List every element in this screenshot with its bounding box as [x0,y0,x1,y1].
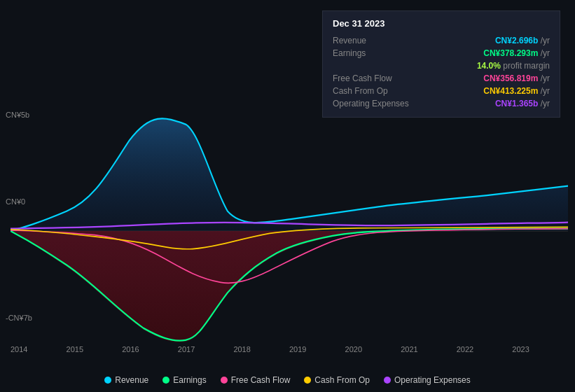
legend-item-fcf[interactable]: Free Cash Flow [221,375,291,385]
fcf-value: CN¥356.819m /yr [483,74,550,83]
earnings-label: Earnings [333,48,366,58]
legend-item-cashfromop[interactable]: Cash From Op [304,375,370,385]
legend-dot-revenue [104,377,111,384]
x-label-2017: 2017 [178,345,195,354]
tooltip-row-opex: Operating Expenses CN¥1.365b /yr [333,97,550,110]
margin-value: 14.0% profit margin [477,61,550,71]
fcf-label: Free Cash Flow [333,74,392,83]
tooltip-row-margin: 14.0% profit margin [333,59,550,72]
legend-dot-cashfromop [304,377,311,384]
revenue-value: CN¥2.696b /yr [495,36,550,46]
tooltip-card: Dec 31 2023 Revenue CN¥2.696b /yr Earnin… [322,10,560,118]
x-label-2023: 2023 [512,345,529,354]
tooltip-date: Dec 31 2023 [333,18,550,29]
x-label-2020: 2020 [345,345,362,354]
x-axis-labels: 2014 2015 2016 2017 2018 2019 2020 2021 … [11,345,568,354]
x-label-2015: 2015 [67,345,83,354]
legend-label-fcf: Free Cash Flow [231,375,291,385]
x-label-2021: 2021 [401,345,417,354]
opex-label: Operating Expenses [333,99,409,108]
tooltip-row-earnings: Earnings CN¥378.293m /yr [333,47,550,59]
tooltip-row-cashfromop: Cash From Op CN¥413.225m /yr [333,85,550,97]
legend-label-revenue: Revenue [115,375,148,385]
x-label-2019: 2019 [289,345,306,354]
legend: Revenue Earnings Free Cash Flow Cash Fro… [0,375,575,385]
earnings-value: CN¥378.293m /yr [483,48,550,58]
legend-dot-earnings [162,377,169,384]
legend-label-opex: Operating Expenses [394,375,471,385]
revenue-label: Revenue [333,36,366,46]
legend-label-cashfromop: Cash From Op [314,375,370,385]
x-label-2016: 2016 [122,345,139,354]
chart-area [11,108,568,354]
legend-dot-fcf [221,377,228,384]
x-label-2018: 2018 [233,345,250,354]
legend-dot-opex [384,377,391,384]
opex-value: CN¥1.365b /yr [495,99,550,108]
tooltip-row-fcf: Free Cash Flow CN¥356.819m /yr [333,72,550,85]
legend-label-earnings: Earnings [173,375,206,385]
x-label-2022: 2022 [457,345,473,354]
chart-container: Dec 31 2023 Revenue CN¥2.696b /yr Earnin… [0,0,575,392]
chart-svg [11,108,568,354]
cashfromop-label: Cash From Op [333,86,388,96]
cashfromop-value: CN¥413.225m /yr [483,86,550,96]
legend-item-earnings[interactable]: Earnings [162,375,206,385]
tooltip-row-revenue: Revenue CN¥2.696b /yr [333,34,550,47]
legend-item-revenue[interactable]: Revenue [104,375,148,385]
x-label-2014: 2014 [11,345,27,354]
legend-item-opex[interactable]: Operating Expenses [384,375,471,385]
